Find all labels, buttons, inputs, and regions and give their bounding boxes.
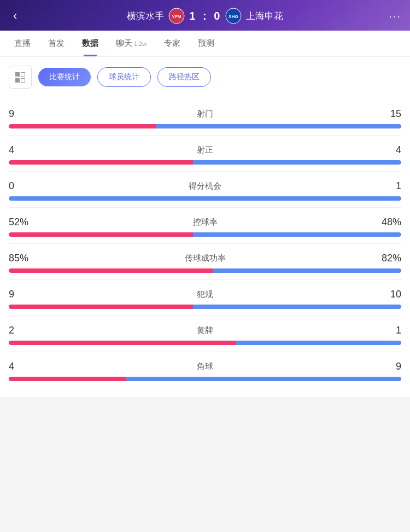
stat-right-value: 10	[368, 289, 401, 300]
stat-bar	[9, 160, 401, 165]
stat-label: 控球率	[193, 217, 218, 227]
stat-left-value: 85%	[9, 253, 42, 264]
stat-right-value: 82%	[368, 253, 401, 264]
team-home-logo: YFM	[168, 8, 185, 24]
team-home-name: 横滨水手	[127, 10, 164, 22]
stat-right-value: 9	[368, 361, 401, 372]
stat-bar	[9, 305, 401, 309]
btn-heatmap[interactable]: 路径热区	[157, 67, 211, 87]
tab-lineup[interactable]: 首发	[39, 31, 73, 56]
layout-icon	[9, 66, 32, 89]
stat-right-value: 15	[368, 108, 401, 120]
match-info: 横滨水手 YFM 1 : 0 SHG 上海申花	[127, 8, 283, 24]
back-button[interactable]: ‹	[9, 7, 21, 25]
team-away-name: 上海申花	[246, 10, 283, 22]
stat-row: 4射正4	[9, 136, 401, 172]
stat-bar	[9, 232, 401, 237]
tab-data[interactable]: 数据	[73, 31, 107, 56]
stat-bar	[9, 268, 401, 273]
stat-label: 射正	[197, 145, 213, 155]
stat-right-value: 1	[368, 325, 401, 336]
stat-bar	[9, 377, 401, 381]
stat-bar	[9, 124, 401, 128]
stat-left-value: 9	[9, 108, 42, 120]
stat-label: 射门	[197, 109, 213, 119]
btn-match-stats[interactable]: 比赛统计	[38, 68, 91, 86]
match-header: ‹ 横滨水手 YFM 1 : 0 SHG 上海申花 ···	[0, 0, 410, 31]
tab-predict[interactable]: 预测	[189, 31, 223, 56]
stat-row: 85%传球成功率82%	[9, 244, 401, 280]
stat-left-value: 4	[9, 144, 42, 156]
stat-label: 黄牌	[197, 325, 213, 336]
stat-row: 4角球9	[9, 352, 401, 388]
stat-right-value: 1	[368, 180, 401, 192]
stat-row: 52%控球率48%	[9, 208, 401, 244]
nav-tab-bar: 直播 首发 数据 聊天 1.2w 专家 预测	[0, 31, 410, 57]
stat-row: 0得分机会1	[9, 172, 401, 208]
tab-chat[interactable]: 聊天 1.2w	[107, 31, 155, 56]
match-score: 1 : 0	[189, 10, 221, 22]
stat-left-value: 2	[9, 325, 42, 336]
content-area: 比赛统计 球员统计 路径热区 9射门154射正40得分机会152%控球率48%8…	[0, 57, 410, 397]
tab-expert[interactable]: 专家	[155, 31, 189, 56]
svg-text:YFM: YFM	[172, 14, 181, 19]
svg-text:SHG: SHG	[229, 14, 238, 19]
stat-left-value: 0	[9, 180, 42, 192]
stat-label: 角球	[197, 361, 213, 372]
stat-left-value: 9	[9, 289, 42, 300]
stat-bar	[9, 341, 401, 345]
stat-label: 犯规	[197, 289, 213, 300]
tab-live[interactable]: 直播	[5, 31, 39, 56]
stat-left-value: 4	[9, 361, 42, 372]
stat-left-value: 52%	[9, 217, 42, 228]
stat-row: 9射门15	[9, 100, 401, 136]
stat-bar	[9, 196, 401, 201]
team-away-logo: SHG	[225, 8, 242, 24]
tab-switcher: 比赛统计 球员统计 路径热区	[9, 66, 401, 89]
stat-row: 2黄牌1	[9, 316, 401, 352]
stat-label: 得分机会	[189, 181, 221, 191]
stat-label: 传球成功率	[185, 253, 226, 264]
stat-right-value: 48%	[368, 217, 401, 228]
more-button[interactable]: ···	[389, 10, 401, 22]
stats-list: 9射门154射正40得分机会152%控球率48%85%传球成功率82%9犯规10…	[9, 100, 401, 388]
stat-row: 9犯规10	[9, 280, 401, 316]
stat-right-value: 4	[368, 144, 401, 156]
btn-player-stats[interactable]: 球员统计	[97, 67, 151, 87]
